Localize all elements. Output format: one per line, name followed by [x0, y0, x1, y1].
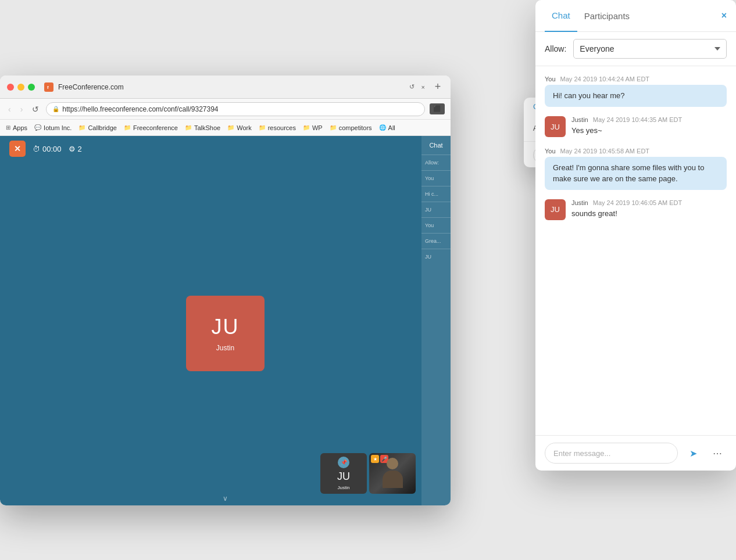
conference-topbar: ✕ ⏱ 00:00 ⚙ 2 — [0, 136, 451, 161]
msg-avatar-justin: JU — [545, 116, 566, 137]
person-head — [387, 458, 398, 469]
talkshoe-icon: 📁 — [185, 124, 192, 131]
favicon-icon: f — [44, 82, 53, 92]
msg-avatar-justin-2: JU — [545, 199, 566, 220]
send-button[interactable]: ➤ — [684, 444, 702, 462]
participant-number: 2 — [78, 145, 82, 153]
chat-input-field[interactable] — [545, 443, 678, 464]
msg-content-4: Justin May 24 2019 10:46:05 AM EDT sound… — [571, 199, 727, 221]
message-group-4: JU Justin May 24 2019 10:46:05 AM EDT so… — [545, 199, 727, 221]
chat-strip-allow: Allow: — [421, 155, 451, 170]
bookmark-callbridge[interactable]: 📁 Callbridge — [78, 124, 117, 131]
new-tab-button[interactable]: + — [432, 81, 444, 93]
chat-close-button[interactable]: × — [721, 10, 727, 21]
thumb-initials: JU — [337, 471, 350, 483]
allow-select[interactable]: Everyone Hosts Only — [573, 39, 727, 59]
callbridge-icon: 📁 — [78, 124, 85, 131]
chat-strip-ju1: JU — [421, 202, 451, 217]
screen-share-button[interactable]: ⬛ — [430, 103, 445, 114]
bookmark-wp[interactable]: 📁 WP — [303, 124, 323, 131]
msg-time-1: May 24 2019 10:44:24 AM EDT — [560, 76, 649, 82]
all-label: All — [388, 124, 395, 131]
msg-meta-2: Justin May 24 2019 10:44:35 AM EDT — [571, 116, 727, 123]
thumb-name: Justin — [338, 485, 350, 490]
msg-sender-2: Justin — [571, 116, 588, 123]
url-text: https://hello.freeconference.com/conf/ca… — [62, 105, 218, 113]
chat-tab[interactable]: Chat — [545, 0, 577, 32]
bookmark-competitors[interactable]: 📁 competitors — [330, 124, 372, 131]
allow-label: Allow: — [545, 44, 566, 53]
msg-sender-3: You — [545, 148, 556, 155]
bookmark-apps[interactable]: ⊞ Apps — [6, 124, 27, 131]
tab-title: FreeConference.com — [58, 83, 405, 91]
send-icon: ➤ — [689, 448, 697, 459]
wp-icon: 📁 — [303, 124, 310, 131]
refresh-button[interactable]: ↺ — [30, 103, 41, 115]
conference-logo: ✕ — [9, 141, 26, 157]
apps-icon: ⊞ — [6, 124, 10, 131]
bookmarks-bar: ⊞ Apps 💬 Iotum Inc. 📁 Callbridge 📁 Freec… — [0, 120, 451, 136]
more-options-button[interactable]: ⋯ — [708, 444, 727, 462]
back-button[interactable]: ‹ — [6, 103, 13, 115]
main-avatar-card: JU Justin — [186, 296, 265, 371]
thumb-pin-icon: 📌 — [338, 457, 349, 468]
apps-label: Apps — [13, 124, 27, 131]
msg-bubble-2: Yes yes~ — [571, 123, 727, 138]
msg-sender-1: You — [545, 76, 556, 82]
bookmark-iotum[interactable]: 💬 Iotum Inc. — [34, 124, 72, 131]
lock-icon: 🔒 — [52, 106, 59, 112]
competitors-label: competitors — [339, 124, 372, 131]
resources-icon: 📁 — [259, 124, 266, 131]
chat-strip-preview-1: You — [421, 170, 451, 186]
avatar-initials-justin: JU — [551, 123, 560, 131]
more-icon: ⋯ — [713, 448, 722, 459]
msg-time-4: May 24 2019 10:46:05 AM EDT — [593, 199, 682, 206]
reload-icon: ↺ — [409, 83, 415, 91]
chat-strip-you2: You — [421, 217, 451, 233]
chat-strip-great: Grea... — [421, 233, 451, 249]
minimize-traffic-light[interactable] — [17, 84, 24, 91]
freeconf-icon: 📁 — [124, 124, 131, 131]
browser-window: f FreeConference.com ↺ × + ‹ › ↺ 🔒 https… — [0, 76, 451, 505]
browser-titlebar: f FreeConference.com ↺ × + — [0, 76, 451, 99]
message-group-1: You May 24 2019 10:44:24 AM EDT Hi! can … — [545, 76, 727, 107]
thumbnail-video: ★ 🎤 — [369, 453, 416, 494]
bookmark-work[interactable]: 📁 Work — [227, 124, 251, 131]
msg-bubble-1: Hi! can you hear me? — [545, 85, 727, 107]
fullscreen-traffic-light[interactable] — [28, 84, 35, 91]
competitors-icon: 📁 — [330, 124, 337, 131]
close-traffic-light[interactable] — [7, 84, 14, 91]
tab-close-button[interactable]: × — [419, 82, 427, 92]
participants-tab[interactable]: Participants — [577, 1, 637, 31]
main-avatar-name: Justin — [216, 344, 234, 352]
iotum-icon: 💬 — [34, 124, 41, 131]
freeconf-label: Freeconference — [133, 124, 178, 131]
address-bar[interactable]: 🔒 https://hello.freeconference.com/conf/… — [46, 102, 425, 116]
person-silhouette — [381, 458, 404, 490]
conference-area: ✕ ⏱ 00:00 ⚙ 2 JU Justin 📌 JU — [0, 136, 451, 505]
iotum-label: Iotum Inc. — [44, 124, 72, 131]
msg-meta-1: You May 24 2019 10:44:24 AM EDT — [545, 76, 727, 82]
bookmark-all[interactable]: 🌐 All — [379, 124, 395, 131]
bookmark-talkshoe[interactable]: 📁 TalkShoe — [185, 124, 220, 131]
chat-strip-label: Chat — [421, 136, 451, 155]
forward-button[interactable]: › — [18, 103, 26, 115]
msg-content-2: Justin May 24 2019 10:44:35 AM EDT Yes y… — [571, 116, 727, 138]
callbridge-label: Callbridge — [88, 124, 117, 131]
avatar-initials-justin-2: JU — [551, 205, 560, 214]
talkshoe-label: TalkShoe — [194, 124, 220, 131]
browser-navbar: ‹ › ↺ 🔒 https://hello.freeconference.com… — [0, 99, 451, 120]
thumbnail-justin: 📌 JU Justin — [320, 453, 367, 494]
work-label: Work — [237, 124, 251, 131]
timer-value: 00:00 — [42, 145, 62, 153]
thumb-video-bg: ★ 🎤 — [369, 453, 416, 494]
globe-icon: 🌐 — [379, 124, 386, 131]
bookmark-resources[interactable]: 📁 resources — [259, 124, 296, 131]
bookmark-freeconference[interactable]: 📁 Freeconference — [124, 124, 178, 131]
participant-count: ⚙ 2 — [69, 145, 82, 153]
chat-panel: Chat Participants × Allow: Everyone Host… — [535, 0, 736, 471]
chat-strip-ju2: JU — [421, 249, 451, 264]
message-group-3: You May 24 2019 10:45:58 AM EDT Great! I… — [545, 148, 727, 189]
chat-header: Chat Participants × — [535, 0, 736, 32]
msg-time-3: May 24 2019 10:45:58 AM EDT — [560, 148, 649, 155]
